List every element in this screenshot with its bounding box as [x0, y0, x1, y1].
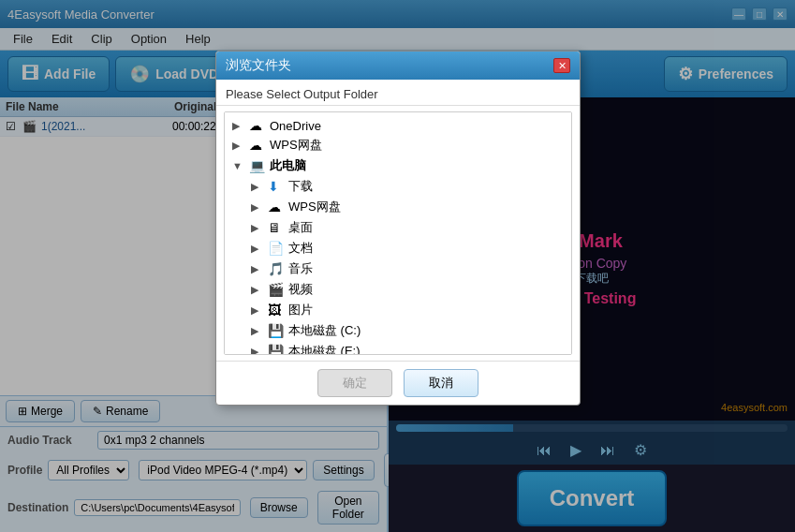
tree-arrow: ▶: [251, 181, 264, 193]
tree-label: 桌面: [288, 219, 313, 236]
tree-arrow: ▶: [251, 222, 264, 234]
tree-item-disk-e[interactable]: ▶ 💾 本地磁盘 (E:): [225, 341, 571, 355]
computer-icon: 💻: [249, 158, 266, 173]
tree-arrow: ▶: [232, 120, 245, 132]
tree-label: 音乐: [288, 260, 313, 277]
music-icon: 🎵: [268, 261, 285, 276]
tree-arrow: ▶: [251, 263, 264, 275]
dialog-overlay: 浏览文件夹 ✕ Please Select Output Folder ▶ ☁ …: [0, 0, 795, 532]
tree-arrow: ▶: [251, 304, 264, 317]
download-icon: ⬇: [268, 179, 285, 194]
cloud-icon: ☁: [249, 118, 266, 133]
desktop-icon: 🖥: [268, 220, 285, 235]
tree-arrow: ▼: [232, 160, 245, 171]
tree-item-docs[interactable]: ▶ 📄 文档: [225, 238, 571, 259]
cloud-icon: ☁: [249, 138, 266, 153]
tree-arrow: ▶: [251, 201, 264, 214]
cancel-button[interactable]: 取消: [404, 369, 478, 397]
tree-label: 图片: [288, 302, 313, 318]
tree-label: OneDrive: [270, 119, 321, 133]
tree-item-desktop[interactable]: ▶ 🖥 桌面: [225, 217, 571, 238]
dialog-close-button[interactable]: ✕: [553, 58, 570, 73]
pictures-icon: 🖼: [268, 303, 285, 318]
disk-icon: 💾: [268, 344, 285, 355]
folder-browser-dialog: 浏览文件夹 ✕ Please Select Output Folder ▶ ☁ …: [215, 51, 581, 406]
tree-label: WPS网盘: [270, 137, 322, 154]
tree-arrow: ▶: [251, 284, 264, 296]
tree-arrow: ▶: [251, 346, 264, 356]
docs-icon: 📄: [268, 241, 285, 256]
dialog-title: 浏览文件夹: [226, 57, 291, 74]
cloud-icon: ☁: [268, 200, 285, 214]
tree-item-wps-cloud[interactable]: ▶ ☁ WPS网盘: [225, 135, 571, 155]
tree-arrow: ▶: [251, 325, 264, 337]
tree-label: 本地磁盘 (E:): [288, 343, 361, 355]
tree-arrow: ▶: [232, 140, 245, 152]
disk-icon: 💾: [268, 323, 285, 338]
dialog-subtitle: Please Select Output Folder: [216, 80, 580, 106]
tree-item-video[interactable]: ▶ 🎬 视频: [225, 279, 571, 300]
tree-label: 本地磁盘 (C:): [288, 322, 361, 339]
tree-item-onedrive[interactable]: ▶ ☁ OneDrive: [225, 116, 571, 135]
tree-label: 下载: [288, 178, 313, 195]
tree-label: 文档: [288, 240, 313, 257]
tree-item-download[interactable]: ▶ ⬇ 下载: [225, 176, 571, 197]
tree-item-wps-local[interactable]: ▶ ☁ WPS网盘: [225, 197, 571, 217]
tree-label: 视频: [288, 281, 313, 298]
confirm-button[interactable]: 确定: [317, 369, 392, 397]
tree-label: WPS网盘: [288, 199, 341, 215]
tree-item-pictures[interactable]: ▶ 🖼 图片: [225, 300, 571, 320]
tree-item-music[interactable]: ▶ 🎵 音乐: [225, 259, 571, 279]
video-icon: 🎬: [268, 282, 285, 297]
tree-label: 此电脑: [270, 157, 306, 174]
dialog-titlebar: 浏览文件夹 ✕: [216, 52, 580, 80]
dialog-buttons: 确定 取消: [216, 361, 580, 405]
tree-arrow: ▶: [251, 243, 264, 255]
folder-tree[interactable]: ▶ ☁ OneDrive ▶ ☁ WPS网盘 ▼ 💻 此电脑 ▶ ⬇ 下载 ▶: [224, 111, 572, 355]
tree-item-this-pc[interactable]: ▼ 💻 此电脑: [225, 155, 571, 176]
tree-item-disk-c[interactable]: ▶ 💾 本地磁盘 (C:): [225, 320, 571, 341]
